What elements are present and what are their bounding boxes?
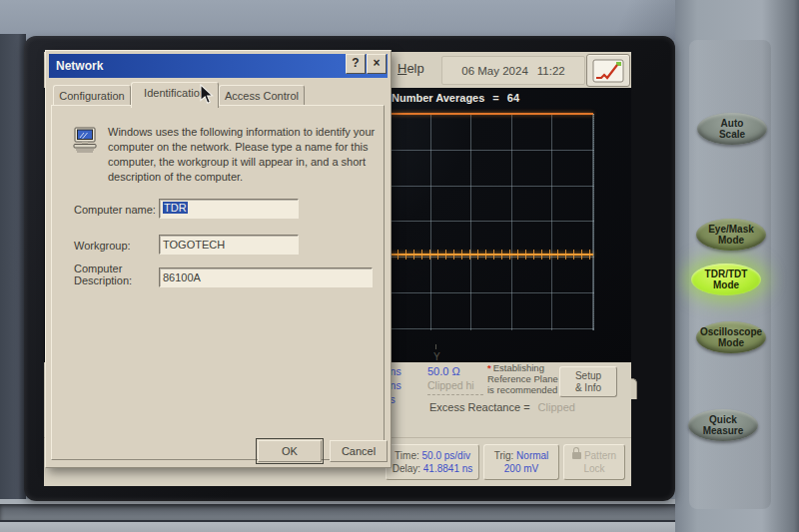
cancel-button[interactable]: Cancel	[330, 440, 388, 462]
dialog-close-button[interactable]: ×	[367, 54, 387, 74]
tdr-tdt-mode-button[interactable]: TDR/TDT Mode	[691, 264, 761, 295]
graticule-grid	[390, 114, 594, 330]
tdr-trace	[390, 254, 593, 256]
clipped-trace-top	[390, 113, 593, 115]
delay-value: 41.8841 ns	[423, 463, 473, 474]
datetime-display: 06 May 2024 11:22	[441, 56, 585, 85]
eye-mask-label-2: Mode	[718, 235, 744, 246]
trigger-mode-value: Normal	[516, 450, 548, 461]
waveform-chart-icon	[592, 59, 624, 83]
excess-reactance-value: Clipped	[538, 401, 575, 413]
pattern-lock-button[interactable]: Pattern Lock	[563, 444, 625, 480]
date-text: 06 May 2024	[461, 65, 528, 77]
computer-name-value: TDR	[163, 202, 188, 214]
warning-asterisk-icon: *	[487, 362, 491, 373]
dialog-titlebar[interactable]: Network	[49, 54, 388, 78]
number-averages-value: 64	[507, 92, 519, 104]
ok-button[interactable]: OK	[258, 440, 322, 462]
tdr-tdt-label-1: TDR/TDT	[705, 268, 748, 279]
time-per-div-value: 50.0 ps/div	[422, 450, 470, 461]
computer-icon	[72, 127, 102, 155]
reference-plane-warning: *Establishing Reference Plane is recomme…	[487, 362, 558, 395]
quick-measure-button[interactable]: Quick Measure	[688, 409, 758, 441]
workgroup-label: Workgroup:	[74, 240, 131, 252]
tdr-tdt-label-2: Mode	[713, 279, 739, 290]
auto-scale-label-2: Scale	[719, 129, 745, 140]
ok-button-focus-ring: OK	[256, 438, 324, 464]
time-text: 11:22	[537, 65, 565, 77]
eye-mask-label-1: Eye/Mask	[708, 224, 754, 235]
quick-measure-label-1: Quick	[709, 414, 737, 425]
dialog-description-text: Windows uses the following information t…	[108, 125, 384, 185]
excess-reactance-readout: Excess Reactance =Clipped	[429, 401, 575, 413]
trigger-level-value: 200 mV	[504, 463, 538, 474]
auto-scale-label-1: Auto	[721, 118, 744, 129]
computer-name-label: Computer name:	[74, 204, 156, 216]
workgroup-field[interactable]	[159, 235, 299, 255]
dialog-title: Network	[49, 59, 103, 73]
number-averages-readout: Number Averages=64	[392, 92, 519, 104]
computer-description-field[interactable]	[159, 267, 373, 287]
tab-configuration[interactable]: Configuration	[53, 85, 131, 107]
tab-access-control[interactable]: Access Control	[219, 85, 305, 107]
oscilloscope-mode-button[interactable]: Oscilloscope Mode	[696, 321, 766, 353]
dashed-divider	[427, 394, 483, 395]
computer-description-label: Computer Description:	[74, 263, 154, 286]
computer-name-field[interactable]: TDR	[159, 199, 299, 219]
oscilloscope-label-2: Mode	[718, 337, 744, 348]
mouse-cursor	[200, 84, 214, 109]
auto-scale-button[interactable]: Auto Scale	[697, 113, 767, 145]
dialog-help-button[interactable]: ?	[346, 54, 366, 74]
help-hotkey: H	[398, 61, 406, 76]
network-dialog: Network ? × Configuration Identification…	[45, 50, 392, 468]
timebase-button[interactable]: Time: 50.0 ps/div Delay: 41.8841 ns	[386, 444, 479, 480]
oscilloscope-label-1: Oscilloscope	[700, 326, 762, 337]
instrument-photo: Auto Scale Eye/Mask Mode TDR/TDT Mode Os…	[0, 0, 799, 532]
waveform-chart-icon-button[interactable]	[586, 54, 630, 87]
instrument-left-side	[0, 34, 26, 532]
eye-mask-mode-button[interactable]: Eye/Mask Mode	[696, 219, 766, 251]
help-menu[interactable]: Help	[398, 61, 424, 76]
trigger-button[interactable]: Trig: Normal 200 mV	[483, 444, 559, 480]
lock-icon	[572, 452, 581, 459]
quick-measure-label-2: Measure	[703, 425, 744, 436]
setup-info-button[interactable]: Setup & Info	[559, 366, 617, 397]
